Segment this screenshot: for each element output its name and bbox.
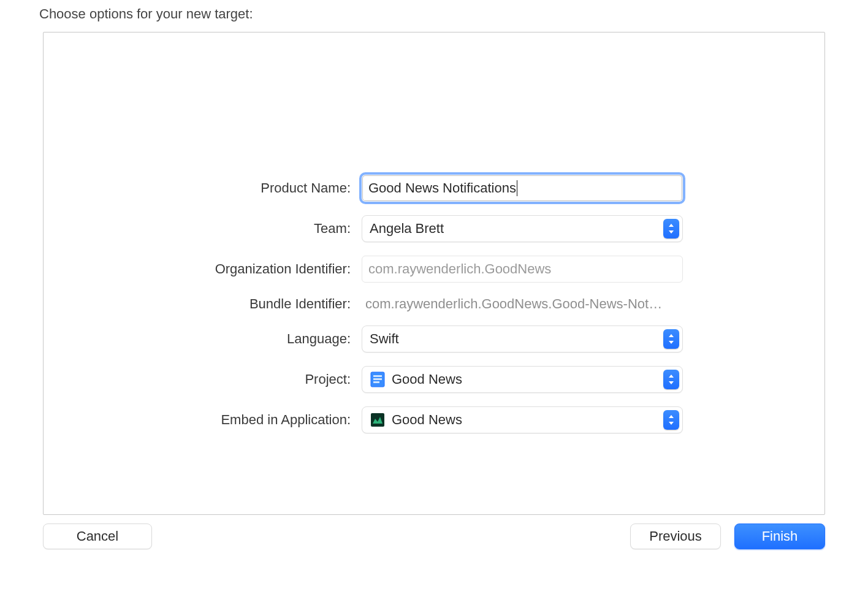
label-org-identifier: Organization Identifier:	[183, 261, 351, 277]
org-identifier-value: com.raywenderlich.GoodNews	[368, 261, 551, 277]
up-down-stepper-icon	[663, 329, 679, 349]
label-embed-application: Embed in Application:	[183, 412, 351, 428]
label-product-name: Product Name:	[183, 180, 351, 196]
previous-button[interactable]: Previous	[630, 524, 721, 549]
language-value: Swift	[370, 331, 399, 347]
product-name-value: Good News Notifications	[368, 180, 516, 196]
target-options-form: Product Name: Good News Notifications Te…	[183, 175, 685, 433]
embed-application-value: Good News	[392, 412, 462, 428]
product-name-field[interactable]: Good News Notifications	[362, 175, 683, 202]
up-down-stepper-icon	[663, 370, 679, 389]
team-popup[interactable]: Angela Brett	[362, 215, 683, 242]
dialog-buttons: Cancel Previous Finish	[43, 524, 825, 552]
bundle-identifier-value: com.raywenderlich.GoodNews.Good-News-Not…	[362, 296, 683, 312]
svg-rect-4	[371, 413, 384, 427]
xcodeproj-icon	[370, 371, 386, 387]
embed-application-popup[interactable]: Good News	[362, 406, 683, 433]
team-value: Angela Brett	[370, 221, 444, 237]
svg-rect-2	[373, 378, 382, 380]
finish-button[interactable]: Finish	[734, 524, 825, 549]
up-down-stepper-icon	[663, 410, 679, 430]
svg-rect-3	[373, 381, 379, 383]
up-down-stepper-icon	[663, 219, 679, 238]
project-popup[interactable]: Good News	[362, 366, 683, 393]
svg-rect-1	[373, 375, 382, 377]
language-popup[interactable]: Swift	[362, 326, 683, 352]
label-language: Language:	[183, 331, 351, 347]
text-caret	[517, 180, 517, 196]
app-icon	[370, 412, 386, 428]
page-title: Choose options for your new target:	[39, 6, 831, 22]
org-identifier-field[interactable]: com.raywenderlich.GoodNews	[362, 256, 683, 283]
label-team: Team:	[183, 221, 351, 237]
label-project: Project:	[183, 371, 351, 387]
options-panel: Product Name: Good News Notifications Te…	[43, 32, 825, 515]
project-value: Good News	[392, 371, 462, 387]
label-bundle-identifier: Bundle Identifier:	[183, 296, 351, 312]
cancel-button[interactable]: Cancel	[43, 524, 152, 549]
